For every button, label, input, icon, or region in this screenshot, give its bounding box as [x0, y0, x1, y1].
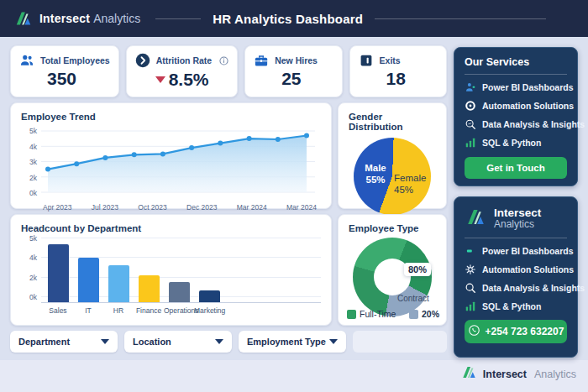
x-tick: Jul 2023 — [92, 203, 118, 212]
service-item-label: Power BI Dashboards — [482, 246, 574, 256]
y-tick: 4k — [29, 143, 37, 151]
service-item-data-analysis-insights[interactable]: Data Analysis & Insights — [465, 118, 567, 130]
trend-y-axis: 5k4k3k2k0k — [21, 127, 41, 197]
brand-logo-icon — [460, 363, 478, 384]
service-item-power-bi-dashboards[interactable]: Power BI Dashboards — [465, 245, 567, 257]
y-tick: 4k — [29, 253, 37, 262]
contract-label: Contract — [397, 294, 429, 303]
kpi-row: Total Employees 350 Attrition Rate — [10, 45, 447, 97]
page-title: HR Analytics Dashboard — [213, 12, 363, 26]
service-item-sql-python[interactable]: SQL & Python — [465, 137, 567, 149]
brand-name: Intersect — [483, 368, 527, 380]
bar-it[interactable] — [78, 258, 99, 302]
pie-label-female: Female 45% — [394, 173, 433, 196]
headcount-bar-chart — [41, 238, 321, 303]
kpi-card-new-hires[interactable]: New Hires 25 — [244, 45, 342, 97]
brand-suffix: Analytics — [534, 368, 576, 380]
location-filter-dropdown[interactable]: Location — [124, 331, 232, 353]
trend-down-icon — [155, 76, 165, 83]
bar-operations[interactable] — [169, 282, 190, 302]
filter-label: Department — [18, 337, 70, 347]
service-item-sql-python[interactable]: SQL & Python — [465, 301, 567, 312]
x-tick: Operations — [164, 306, 194, 315]
kpi-card-attrition-rate[interactable]: Attrition Rate 8.5% — [126, 45, 239, 97]
x-tick: Marketing — [194, 306, 224, 315]
service-item-automation-solutions[interactable]: Automation Solutions — [465, 100, 567, 112]
y-tick: 2k — [29, 274, 37, 282]
donut-legend: Full-Time20% — [347, 309, 439, 319]
x-tick: Mar 2024 — [286, 203, 317, 212]
title-divider-left — [155, 18, 201, 19]
gender-pie-chart[interactable]: Male 55% Female 45% — [354, 138, 431, 215]
service-item-automation-solutions[interactable]: Automation Solutions — [465, 264, 567, 275]
axis-baseline — [41, 302, 321, 303]
legend-item: Full-Time — [347, 309, 396, 319]
employee-trend-chart[interactable] — [41, 127, 315, 201]
bar-x-axis: SalesITHRFinanceOperationsMarketing — [43, 306, 321, 315]
legend-swatch — [347, 310, 356, 319]
service-item-label: Data Analysis & Insights — [482, 283, 585, 293]
employee-type-card: Employee Type 80% 20% Contract Full-Time… — [338, 214, 447, 326]
pie-label-male: Male 55% — [358, 163, 393, 186]
door-exit-icon — [359, 53, 374, 68]
bar-finance[interactable] — [139, 275, 160, 302]
get-in-touch-button[interactable]: Get in Touch — [465, 157, 567, 179]
kpi-label: Total Employees — [40, 55, 110, 65]
filter-row: Department Location Employment Type — [10, 331, 447, 353]
attrition-chevron-icon — [135, 53, 150, 68]
whatsapp-contact-button[interactable]: +254 723 632207 — [465, 320, 567, 343]
trend-x-axis: Apr 2023Jul 2023Oct 2023Dec 2023Mar 2024… — [43, 203, 317, 212]
service-item-power-bi-dashboards[interactable]: Power BI Dashboards — [465, 81, 567, 93]
employee-type-donut-chart[interactable] — [353, 238, 432, 316]
contract-percent-label: 20% — [385, 279, 403, 289]
y-tick: 0k — [29, 293, 37, 301]
kpi-card-exits[interactable]: Exits 18 — [349, 45, 447, 97]
employment-type-filter-dropdown[interactable]: Employment Type — [239, 331, 346, 353]
kpi-value: 8.5% — [169, 70, 209, 90]
department-filter-dropdown[interactable]: Department — [10, 331, 118, 353]
kpi-label: Exits — [380, 55, 401, 65]
x-tick: Dec 2023 — [186, 203, 217, 212]
service-item-label: SQL & Python — [482, 138, 541, 148]
x-tick: IT — [73, 306, 103, 315]
bar-sales[interactable] — [48, 244, 69, 302]
x-tick: Finance — [134, 306, 164, 315]
service-item-label: Power BI Dashboards — [482, 82, 574, 92]
y-tick: 5k — [29, 127, 37, 135]
kpi-card-total-employees[interactable]: Total Employees 350 — [10, 45, 119, 97]
brand-suffix: Analytics — [93, 12, 140, 25]
bar-marketing[interactable] — [199, 290, 220, 302]
users-icon — [19, 53, 34, 68]
target-icon — [465, 100, 476, 112]
brand-logo-icon — [465, 206, 487, 232]
employee-trend-card: Employee Trend 5k4k3k2k0k Apr 2023Jul 20… — [10, 102, 332, 209]
y-tick: 5k — [29, 234, 37, 243]
fulltime-percent-callout: 80% — [404, 263, 431, 276]
chevron-down-icon — [215, 339, 223, 344]
kpi-value: 25 — [281, 69, 333, 89]
headcount-by-department-card: Headcount by Department 5k4k2k0k SalesIT… — [10, 214, 332, 326]
chart-title: Employee Type — [349, 223, 436, 233]
service-item-data-analysis-insights[interactable]: Data Analysis & Insights — [465, 282, 567, 294]
chart-title: Headcount by Department — [21, 223, 321, 233]
x-tick: HR — [103, 306, 134, 315]
filter-label: Location — [133, 337, 171, 347]
x-tick: Apr 2023 — [43, 203, 72, 212]
panel-brand: Intersect Analytics — [465, 206, 567, 232]
gender-distribution-card: Gender Distribution Male 55% Female 45% — [338, 102, 447, 209]
bar-hr[interactable] — [108, 265, 129, 302]
panel-divider — [465, 74, 567, 75]
y-tick: 3k — [29, 158, 37, 166]
chart-title: Gender Distribution — [349, 112, 436, 132]
footer-brand: IntersectAnalytics — [460, 363, 576, 384]
empty-filter-slot — [353, 331, 447, 353]
service-item-label: SQL & Python — [482, 301, 541, 311]
brand-suffix: Analytics — [494, 219, 541, 230]
magnifier-chart-icon — [465, 118, 476, 130]
header-brand: IntersectAnalytics — [13, 8, 140, 29]
info-icon[interactable] — [219, 56, 228, 65]
y-tick: 0k — [29, 189, 37, 197]
service-item-label: Data Analysis & Insights — [482, 119, 585, 129]
bar-chart-icon — [465, 301, 476, 312]
legend-swatch — [409, 310, 418, 319]
